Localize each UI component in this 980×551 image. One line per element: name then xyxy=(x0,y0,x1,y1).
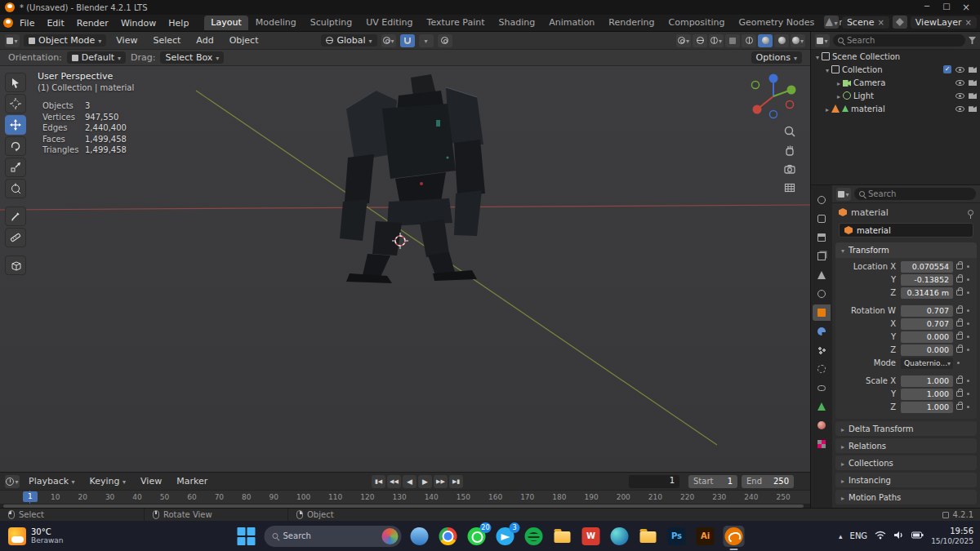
outliner-row-scene-collection[interactable]: Scene Collection xyxy=(811,50,980,63)
maximize-button[interactable] xyxy=(938,2,956,13)
tab-particles[interactable] xyxy=(813,342,831,358)
camera-view-icon[interactable] xyxy=(782,162,797,176)
tab-render[interactable] xyxy=(813,211,831,227)
tab-tool[interactable] xyxy=(813,192,831,208)
pivot-point-dropdown[interactable] xyxy=(381,34,396,47)
close-button[interactable] xyxy=(957,2,975,13)
menu-help[interactable]: Help xyxy=(163,16,194,30)
workspace-tab-animation[interactable]: Animation xyxy=(542,16,601,30)
taskbar-app-wps[interactable]: W xyxy=(581,526,602,547)
taskbar-app-folder[interactable] xyxy=(552,526,573,547)
taskbar-app-edge[interactable] xyxy=(609,526,630,547)
collection-checkbox[interactable] xyxy=(943,65,951,73)
blender-logo-icon[interactable] xyxy=(3,18,13,28)
animate-dot[interactable] xyxy=(967,322,969,325)
menu-keying[interactable]: Keying xyxy=(84,474,131,488)
previous-keyframe-button[interactable] xyxy=(387,475,401,488)
lock-icon[interactable] xyxy=(956,264,963,269)
tab-modifiers[interactable] xyxy=(813,323,831,340)
animate-dot[interactable] xyxy=(967,349,969,351)
lock-icon[interactable] xyxy=(956,277,963,282)
menu-file[interactable]: File xyxy=(14,16,40,30)
rotate-tool[interactable] xyxy=(5,136,26,156)
options-dropdown[interactable]: Options xyxy=(751,51,802,64)
rotation-mode-dropdown[interactable]: Quaternio... xyxy=(901,358,953,369)
mode-dropdown[interactable]: Object Mode xyxy=(24,34,106,47)
snap-toggle[interactable] xyxy=(400,34,415,47)
tab-physics[interactable] xyxy=(813,361,831,377)
annotate-tool[interactable] xyxy=(5,207,26,226)
lock-icon[interactable] xyxy=(956,308,963,313)
viewlayer-selector[interactable]: ViewLayer xyxy=(911,16,977,29)
frame-end-field[interactable]: End250 xyxy=(742,475,794,488)
animate-dot[interactable] xyxy=(967,309,969,312)
tab-object[interactable] xyxy=(813,304,831,321)
scene-selector[interactable]: Scene xyxy=(842,16,889,29)
taskbar-search-input[interactable] xyxy=(283,531,377,540)
menu-edit[interactable]: Edit xyxy=(41,16,69,30)
remove-viewlayer-icon[interactable] xyxy=(965,17,972,28)
workspace-tab-shading[interactable]: Shading xyxy=(492,16,542,30)
outliner-editor-type-icon[interactable] xyxy=(815,34,830,47)
outliner-search-input[interactable] xyxy=(847,36,960,45)
object-name-field[interactable]: material xyxy=(839,223,973,238)
hide-viewport-icon[interactable] xyxy=(956,106,964,112)
animate-dot[interactable] xyxy=(957,362,960,364)
taskbar-app-file-explorer[interactable] xyxy=(409,526,430,547)
tab-output[interactable] xyxy=(813,229,831,246)
outliner-row-collection[interactable]: Collection xyxy=(811,63,980,76)
drag-dropdown[interactable]: Select Box xyxy=(160,51,224,64)
taskbar-weather-widget[interactable]: 30°CBerawan xyxy=(0,527,64,545)
lock-icon[interactable] xyxy=(956,334,963,340)
pin-icon[interactable] xyxy=(968,210,973,216)
tab-object-data[interactable] xyxy=(813,398,831,415)
select-box-tool[interactable] xyxy=(5,73,26,92)
taskbar-app-media-folder[interactable] xyxy=(638,526,659,547)
outliner-row-light[interactable]: Light xyxy=(811,89,980,102)
tab-constraints[interactable] xyxy=(813,380,831,396)
language-indicator[interactable]: ENG xyxy=(850,531,868,540)
disclosure-icon[interactable] xyxy=(816,52,819,61)
workspace-tab-uv-editing[interactable]: UV Editing xyxy=(359,16,419,30)
disclosure-icon[interactable] xyxy=(837,78,840,87)
shading-wireframe-button[interactable] xyxy=(742,34,756,47)
transform-panel-header[interactable]: Transform xyxy=(835,242,977,258)
workspace-tab-sculpting[interactable]: Sculpting xyxy=(304,16,359,30)
menu-window[interactable]: Window xyxy=(115,16,162,30)
outliner-row-camera[interactable]: Camera xyxy=(811,76,980,89)
lock-icon[interactable] xyxy=(956,391,963,397)
3d-viewport[interactable]: User Perspective (1) Collection | materi… xyxy=(0,66,810,472)
cursor-tool[interactable] xyxy=(5,94,26,113)
minimize-button[interactable] xyxy=(918,2,936,13)
lock-icon[interactable] xyxy=(956,378,963,384)
frame-start-field[interactable]: Start1 xyxy=(688,475,737,488)
search-highlight-image[interactable] xyxy=(382,528,399,544)
disclosure-icon[interactable] xyxy=(837,91,840,100)
show-overlays-dropdown[interactable] xyxy=(709,34,724,47)
hide-viewport-icon[interactable] xyxy=(956,80,964,86)
taskbar-app-whatsapp[interactable]: 20 xyxy=(466,526,488,547)
animate-dot[interactable] xyxy=(967,335,969,338)
disable-render-icon[interactable] xyxy=(969,92,977,99)
menu-add[interactable]: Add xyxy=(190,33,219,47)
taskbar-app-photoshop[interactable]: Ps xyxy=(666,526,688,547)
hide-viewport-icon[interactable] xyxy=(956,93,964,99)
volume-icon[interactable] xyxy=(893,531,904,542)
animate-dot[interactable] xyxy=(967,265,969,268)
wifi-icon[interactable] xyxy=(875,531,886,542)
menu-select[interactable]: Select xyxy=(147,33,186,47)
tab-material[interactable] xyxy=(813,417,831,433)
lock-icon[interactable] xyxy=(956,347,963,353)
tray-overflow-chevron-icon[interactable] xyxy=(839,532,843,540)
battery-icon[interactable] xyxy=(911,531,924,541)
taskbar-search[interactable] xyxy=(265,526,402,547)
properties-search[interactable] xyxy=(854,188,976,200)
shading-solid-button[interactable] xyxy=(758,34,773,47)
play-button[interactable] xyxy=(418,475,432,488)
orientation-dropdown[interactable]: Default xyxy=(67,51,126,64)
lock-icon[interactable] xyxy=(956,404,963,410)
menu-view[interactable]: View xyxy=(110,33,143,47)
transform-tool[interactable] xyxy=(5,179,26,198)
menu-timeline-view[interactable]: View xyxy=(135,474,167,488)
menu-marker[interactable]: Marker xyxy=(171,474,213,488)
